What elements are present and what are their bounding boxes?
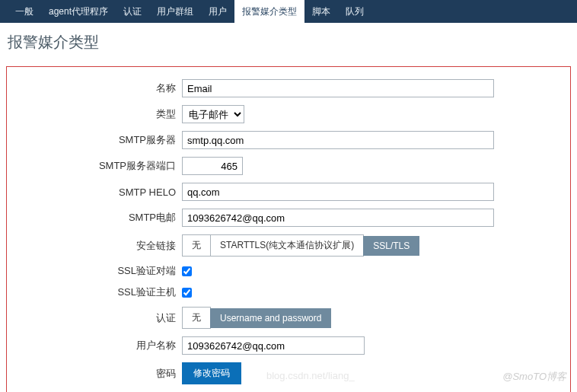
ssl-peer-label: SSL验证对端 — [22, 264, 182, 278]
smtp-server-label: SMTP服务器 — [22, 133, 182, 147]
ssl-host-label: SSL验证主机 — [22, 285, 182, 299]
nav-auth[interactable]: 认证 — [116, 0, 149, 24]
form-container: 名称 类型 电子邮件 SMTP服务器 SMTP服务器端口 SMTP HELO S… — [6, 66, 571, 392]
name-input[interactable] — [182, 79, 494, 97]
password-label: 密码 — [22, 367, 182, 381]
security-none[interactable]: 无 — [182, 234, 211, 257]
type-select[interactable]: 电子邮件 — [182, 105, 244, 123]
name-label: 名称 — [22, 81, 182, 95]
change-password-button[interactable]: 修改密码 — [182, 362, 241, 384]
ssl-host-checkbox[interactable] — [182, 288, 192, 298]
smtp-email-label: SMTP电邮 — [22, 211, 182, 225]
nav-mediatypes[interactable]: 报警媒介类型 — [234, 0, 304, 24]
auth-none[interactable]: 无 — [182, 307, 211, 329]
nav-scripts[interactable]: 脚本 — [304, 0, 338, 24]
security-label: 安全链接 — [22, 239, 182, 253]
smtp-helo-input[interactable] — [182, 183, 494, 201]
username-label: 用户名称 — [22, 339, 182, 352]
username-input[interactable] — [182, 336, 365, 355]
nav-queue[interactable]: 队列 — [338, 0, 371, 24]
smtp-port-input[interactable] — [182, 157, 243, 175]
nav-users[interactable]: 用户 — [201, 0, 234, 24]
smtp-email-input[interactable] — [182, 209, 494, 227]
top-nav: 一般 agent代理程序 认证 用户群组 用户 报警媒介类型 脚本 队列 — [0, 0, 577, 23]
nav-usergroups[interactable]: 用户群组 — [149, 0, 201, 24]
auth-segment: 无 Username and password — [182, 307, 331, 329]
nav-general[interactable]: 一般 — [8, 0, 41, 24]
smtp-helo-label: SMTP HELO — [22, 186, 182, 198]
security-segment: 无 STARTTLS(纯文本通信协议扩展) SSL/TLS — [182, 234, 419, 257]
auth-userpass[interactable]: Username and password — [210, 308, 331, 328]
smtp-port-label: SMTP服务器端口 — [22, 159, 182, 173]
smtp-server-input[interactable] — [182, 131, 494, 149]
auth-label: 认证 — [22, 311, 182, 325]
nav-agent[interactable]: agent代理程序 — [41, 0, 116, 24]
type-label: 类型 — [22, 107, 182, 121]
ssl-peer-checkbox[interactable] — [182, 266, 192, 276]
security-ssltls[interactable]: SSL/TLS — [363, 236, 419, 256]
page-title: 报警媒介类型 — [0, 23, 577, 60]
security-starttls[interactable]: STARTTLS(纯文本通信协议扩展) — [210, 234, 364, 257]
